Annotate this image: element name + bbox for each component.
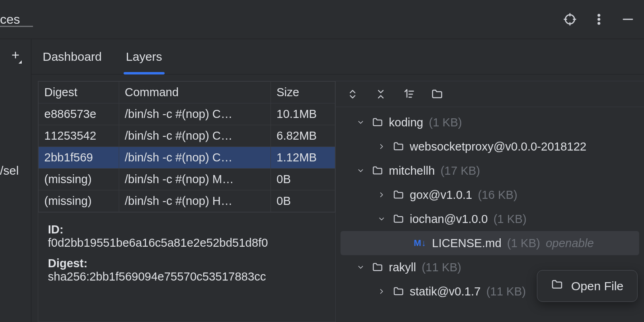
chevron-right-icon[interactable] xyxy=(376,142,387,151)
details-digest-label: Digest: xyxy=(48,257,326,270)
top-bar: ces xyxy=(0,0,644,39)
node-name: iochan@v1.0.0 xyxy=(410,213,488,226)
layer-details: ID: f0d2bb19551be6a16c5a81e2e52bd51d8f0 … xyxy=(38,212,335,291)
chevron-down-icon[interactable] xyxy=(355,167,366,175)
table-row[interactable]: e886573e/bin/sh -c #(nop) C…10.1MB xyxy=(39,103,335,125)
more-vertical-icon[interactable] xyxy=(591,11,607,27)
node-size: (17 KB) xyxy=(440,164,480,178)
col-size[interactable]: Size xyxy=(271,82,335,103)
collapse-all-icon[interactable] xyxy=(374,87,388,101)
markdown-file-icon: M↓ xyxy=(414,238,426,248)
chevron-down-icon[interactable] xyxy=(355,118,366,126)
cell-size: 10.1MB xyxy=(271,103,335,125)
node-name: statik@v0.1.7 xyxy=(410,285,481,298)
node-name: LICENSE.md xyxy=(432,237,501,250)
minimize-icon[interactable] xyxy=(620,11,636,27)
node-name: koding xyxy=(389,116,423,129)
folder-icon xyxy=(551,279,563,293)
tree-folder[interactable]: websocketproxy@v0.0.0-2018122 xyxy=(336,134,644,159)
cell-digest: e886573e xyxy=(39,103,119,125)
chevron-right-icon[interactable] xyxy=(376,287,387,295)
chevron-down-icon[interactable] xyxy=(376,215,387,223)
tree-folder[interactable]: iochan@v1.0.0 (1 KB) xyxy=(336,207,644,231)
cell-command: /bin/sh -c #(nop) C… xyxy=(119,147,271,169)
cell-size: 0B xyxy=(271,169,335,190)
folder-icon xyxy=(393,213,404,225)
cell-digest: 2bb1f569 xyxy=(39,147,119,169)
cell-command: /bin/sh -c #(nop) M… xyxy=(119,169,271,190)
tree-folder[interactable]: koding (1 KB) xyxy=(336,110,644,134)
cell-size: 0B xyxy=(271,190,335,212)
col-digest[interactable]: Digest xyxy=(39,82,119,103)
node-name: gox@v1.0.1 xyxy=(410,188,472,202)
folder-icon xyxy=(372,165,383,176)
col-command[interactable]: Command xyxy=(119,82,271,103)
sort-icon[interactable] xyxy=(402,87,416,101)
chevron-right-icon[interactable] xyxy=(376,191,387,199)
add-button[interactable]: + xyxy=(12,47,20,63)
tab-bar: Dashboard Layers xyxy=(31,39,644,74)
layers-table: Digest Command Size e886573e/bin/sh -c #… xyxy=(38,81,335,212)
cell-command: /bin/sh -c #(nop) H… xyxy=(119,190,271,212)
table-row[interactable]: (missing)/bin/sh -c #(nop) H…0B xyxy=(39,190,335,212)
table-row[interactable]: (missing)/bin/sh -c #(nop) M…0B xyxy=(39,169,335,190)
tab-dashboard[interactable]: Dashboard xyxy=(43,39,102,74)
cell-digest: 11253542 xyxy=(39,125,119,147)
svg-point-7 xyxy=(598,23,600,24)
table-row[interactable]: 2bb1f569/bin/sh -c #(nop) C…1.12MB xyxy=(39,147,335,169)
active-tool-indicator xyxy=(0,26,33,27)
folder-icon xyxy=(393,141,404,152)
context-menu[interactable]: Open File xyxy=(537,270,638,302)
cell-size: 6.82MB xyxy=(271,125,335,147)
node-size: (16 KB) xyxy=(478,188,517,202)
tree-file[interactable]: M↓LICENSE.md (1 KB) openable xyxy=(341,231,639,255)
left-gutter: + /sel xyxy=(0,39,31,322)
folder-icon xyxy=(393,286,404,297)
tree-folder[interactable]: gox@v1.0.1 (16 KB) xyxy=(336,183,644,207)
cell-digest: (missing) xyxy=(39,190,119,212)
folder-icon xyxy=(372,262,383,273)
layers-pane: Digest Command Size e886573e/bin/sh -c #… xyxy=(38,81,336,322)
tree-toolbar xyxy=(336,81,644,107)
target-icon[interactable] xyxy=(562,11,578,27)
cell-digest: (missing) xyxy=(39,169,119,190)
node-name: websocketproxy@v0.0.0-2018122 xyxy=(410,140,586,153)
cell-command: /bin/sh -c #(nop) C… xyxy=(119,103,271,125)
node-hint: openable xyxy=(546,237,594,250)
cell-command: /bin/sh -c #(nop) C… xyxy=(119,125,271,147)
node-size: (1 KB) xyxy=(507,237,540,250)
node-name: mitchellh xyxy=(389,164,435,178)
node-size: (11 KB) xyxy=(486,285,526,298)
tree-folder[interactable]: mitchellh (17 KB) xyxy=(336,159,644,183)
tab-layers[interactable]: Layers xyxy=(126,39,162,74)
file-tree-pane: koding (1 KB)websocketproxy@v0.0.0-20181… xyxy=(336,81,644,322)
details-digest-value: sha256:2bb1f569094e75570c53517883cc xyxy=(48,270,326,283)
svg-point-6 xyxy=(598,19,600,20)
node-size: (1 KB) xyxy=(429,116,462,129)
gutter-path-truncated: /sel xyxy=(0,164,31,178)
table-header-row: Digest Command Size xyxy=(39,82,335,103)
folder-icon xyxy=(372,117,383,128)
node-name: rakyll xyxy=(389,261,416,274)
chevron-down-icon[interactable] xyxy=(355,263,366,271)
topbar-title-truncated: ces xyxy=(0,12,33,27)
table-row[interactable]: 11253542/bin/sh -c #(nop) C…6.82MB xyxy=(39,125,335,147)
node-size: (11 KB) xyxy=(422,261,461,274)
expand-collapse-icon[interactable] xyxy=(345,87,360,101)
add-dropdown-corner-icon xyxy=(19,60,22,64)
node-size: (1 KB) xyxy=(493,213,526,226)
folder-icon[interactable] xyxy=(430,87,444,101)
details-id-value: f0d2bb19551be6a16c5a81e2e52bd51d8f0 xyxy=(48,236,326,250)
svg-point-5 xyxy=(598,14,600,16)
folder-icon xyxy=(393,189,404,200)
context-open-file[interactable]: Open File xyxy=(571,279,623,293)
details-id-label: ID: xyxy=(48,223,326,236)
cell-size: 1.12MB xyxy=(271,147,335,169)
